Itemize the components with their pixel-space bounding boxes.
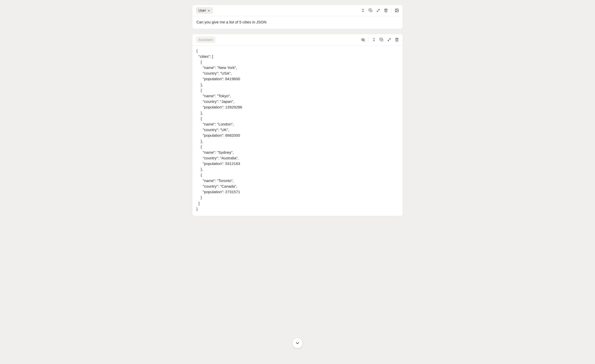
svg-point-4 xyxy=(396,10,397,10)
assistant-message-card: Assistant xyxy=(192,34,403,216)
collapse-button[interactable] xyxy=(361,8,365,13)
svg-rect-7 xyxy=(381,39,383,41)
user-message-text: Can you give me a list of 5 cities in JS… xyxy=(196,19,399,25)
copy-button[interactable] xyxy=(379,37,384,42)
role-label-assistant: Assistant xyxy=(196,36,215,43)
svg-line-6 xyxy=(364,40,364,41)
assistant-message-text: { "cities": [ { "name": "New York", "cou… xyxy=(196,48,399,212)
messages-container: User xyxy=(192,5,403,216)
user-message-card: User xyxy=(192,5,403,29)
chevron-down-icon xyxy=(207,9,210,12)
assistant-card-body[interactable]: { "cities": [ { "name": "New York", "cou… xyxy=(192,46,403,216)
action-divider xyxy=(368,37,369,42)
visibility-button[interactable] xyxy=(361,37,365,42)
user-card-body[interactable]: Can you give me a list of 5 cities in JS… xyxy=(192,16,403,29)
assistant-header-actions xyxy=(361,37,399,42)
action-divider xyxy=(391,8,391,13)
user-header-actions xyxy=(361,8,399,13)
role-label: Assistant xyxy=(198,38,213,42)
copy-button[interactable] xyxy=(368,8,373,13)
assistant-card-header: Assistant xyxy=(192,34,403,46)
expand-button[interactable] xyxy=(387,37,391,42)
svg-point-5 xyxy=(362,39,363,40)
collapse-button[interactable] xyxy=(372,37,376,42)
expand-button[interactable] xyxy=(376,8,381,13)
delete-button[interactable] xyxy=(384,8,388,13)
svg-rect-0 xyxy=(370,10,372,12)
role-label: User xyxy=(198,8,206,12)
image-button[interactable] xyxy=(395,8,399,13)
user-card-header: User xyxy=(192,5,403,16)
role-selector-user[interactable]: User xyxy=(196,7,213,14)
delete-button[interactable] xyxy=(395,37,399,42)
